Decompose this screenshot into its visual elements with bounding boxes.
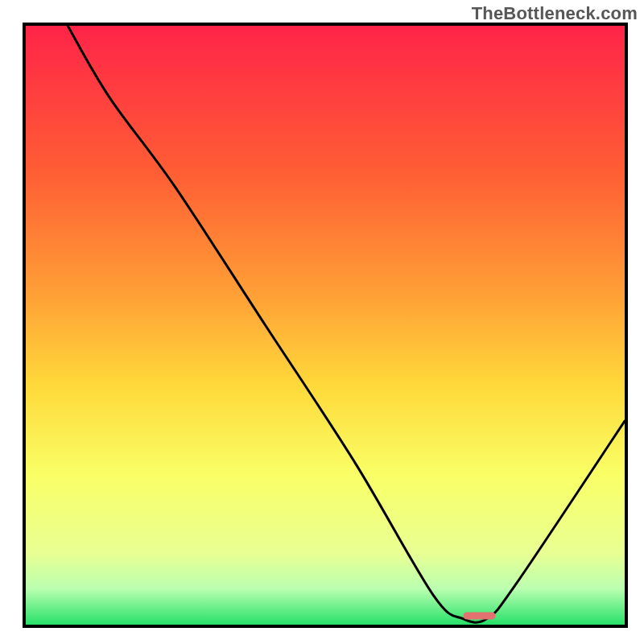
watermark-label: TheBottleneck.com bbox=[472, 3, 638, 24]
chart-container: TheBottleneck.com bbox=[0, 0, 644, 644]
optimum-marker bbox=[463, 612, 496, 619]
plot-frame bbox=[23, 23, 628, 628]
bottleneck-curve bbox=[26, 26, 625, 625]
plot-area bbox=[26, 26, 625, 625]
